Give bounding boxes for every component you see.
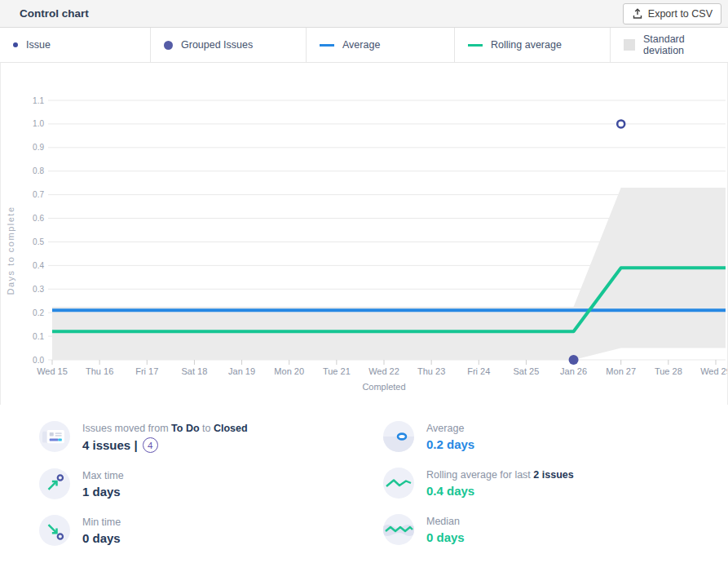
svg-text:0.7: 0.7 (33, 190, 44, 199)
stat-min-time: Min time 0 days (39, 515, 383, 546)
legend-item-issue[interactable]: Issue (0, 28, 151, 62)
svg-text:1.0: 1.0 (33, 119, 44, 128)
legend-label: Standard deviation (643, 33, 728, 56)
x-axis: Wed 15Thu 16Fri 17Sat 18Jan 19Mon 20Tue … (37, 360, 727, 376)
svg-text:Wed 22: Wed 22 (368, 366, 399, 376)
svg-text:Sat 18: Sat 18 (182, 366, 208, 376)
export-to-csv-button[interactable]: Export to CSV (623, 3, 721, 24)
median-icon (383, 514, 414, 545)
legend-label: Rolling average (491, 39, 562, 51)
stats-left-column: Issues moved from To Do to Closed 4 issu… (39, 421, 383, 561)
stat-rolling-average: Rolling average for last 2 issues 0.4 da… (383, 468, 728, 499)
control-chart-panel: 0.00.10.20.30.40.50.60.70.80.91.01.1Wed … (0, 63, 728, 405)
legend-label: Average (342, 39, 380, 51)
stat-value: 0.2 days (426, 437, 474, 451)
stat-label: Rolling average for last 2 issues (426, 468, 574, 482)
grouped-issues-count-badge[interactable]: 4 (143, 437, 158, 453)
issue-open-circle-icon (13, 42, 18, 47)
stat-max-time: Max time 1 days (39, 468, 383, 499)
standard-deviation-swatch-icon (624, 39, 635, 51)
average-line-icon (320, 44, 334, 47)
grouped-issues-dot-icon (164, 41, 173, 50)
svg-text:Wed 15: Wed 15 (37, 366, 68, 376)
svg-text:Tue 28: Tue 28 (655, 366, 682, 376)
max-time-icon (39, 468, 70, 499)
stat-label: Issues moved from To Do to Closed (82, 421, 248, 436)
legend-item-grouped-issues[interactable]: Grouped Issues (151, 28, 307, 62)
svg-text:Thu 16: Thu 16 (86, 366, 113, 376)
stat-value: 0.4 days (426, 484, 574, 498)
stats-right-column: Average 0.2 days Rolling average for las… (383, 421, 728, 561)
legend-label: Issue (26, 39, 51, 51)
svg-text:0.8: 0.8 (33, 166, 44, 175)
svg-text:Sat 25: Sat 25 (514, 366, 540, 376)
svg-text:0.1: 0.1 (33, 332, 44, 341)
chart-legend: Issue Grouped Issues Average Rolling ave… (0, 28, 728, 63)
stat-median: Median 0 days (383, 514, 728, 545)
control-chart-svg: 0.00.10.20.30.40.50.60.70.80.91.01.1Wed … (1, 63, 727, 405)
svg-text:0.9: 0.9 (33, 143, 44, 152)
grouped-issues-point[interactable] (569, 355, 579, 365)
y-axis-label: Days to complete (6, 206, 15, 295)
svg-text:0.6: 0.6 (33, 214, 44, 223)
svg-text:Jan 26: Jan 26 (560, 366, 587, 376)
export-upload-icon (632, 8, 643, 20)
std-deviation-band (52, 188, 726, 360)
stat-label: Min time (82, 515, 121, 530)
stat-issues-moved: Issues moved from To Do to Closed 4 issu… (39, 421, 383, 453)
svg-text:0.0: 0.0 (33, 356, 44, 365)
svg-text:Fri 24: Fri 24 (467, 366, 490, 376)
legend-item-standard-deviation[interactable]: Standard deviation (611, 28, 728, 62)
stat-average: Average 0.2 days (383, 421, 728, 452)
issue-point[interactable] (617, 120, 624, 127)
svg-text:Wed 29: Wed 29 (700, 366, 727, 376)
x-axis-label: Completed (362, 382, 405, 392)
stats-section: Issues moved from To Do to Closed 4 issu… (0, 405, 728, 561)
svg-text:0.5: 0.5 (33, 237, 44, 246)
stat-label: Max time (82, 468, 124, 483)
stat-value: 0 days (82, 531, 121, 545)
svg-text:0.4: 0.4 (33, 261, 44, 270)
svg-text:Tue 21: Tue 21 (323, 366, 351, 376)
svg-text:Mon 27: Mon 27 (606, 366, 636, 376)
rolling-average-icon (383, 468, 414, 499)
svg-text:Fri 17: Fri 17 (135, 366, 158, 376)
stat-value: 0 days (426, 530, 465, 544)
average-icon (383, 421, 414, 452)
export-to-csv-label: Export to CSV (648, 8, 713, 20)
svg-text:1.1: 1.1 (33, 96, 44, 105)
stat-label: Average (426, 421, 474, 436)
legend-item-average[interactable]: Average (307, 28, 455, 62)
issues-card-icon (39, 421, 70, 452)
header-bar: Control chart Export to CSV (0, 0, 728, 28)
svg-text:Mon 20: Mon 20 (274, 366, 304, 376)
page-title: Control chart (20, 7, 89, 20)
svg-text:Thu 23: Thu 23 (417, 366, 445, 376)
legend-label: Grouped Issues (181, 39, 253, 51)
svg-text:Jan 19: Jan 19 (228, 366, 255, 376)
svg-text:0.3: 0.3 (33, 285, 44, 294)
legend-item-rolling-average[interactable]: Rolling average (455, 28, 611, 62)
stat-value: 4 issues |4 (82, 437, 248, 453)
stat-label: Median (426, 514, 465, 529)
stat-value: 1 days (82, 485, 124, 499)
min-time-icon (39, 515, 70, 546)
svg-text:0.2: 0.2 (33, 308, 44, 317)
rolling-average-line-icon (468, 44, 483, 47)
